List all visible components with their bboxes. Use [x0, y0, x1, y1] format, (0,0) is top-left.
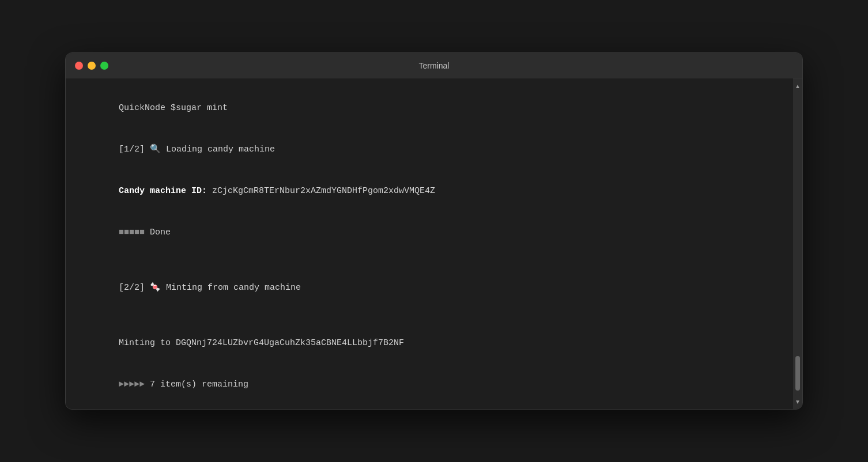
terminal-empty-1 — [77, 253, 782, 267]
scroll-down-icon[interactable]: ▼ — [794, 397, 802, 406]
terminal-line-5: [2/2] 🍬 Minting from candy machine — [77, 267, 782, 309]
traffic-lights — [75, 62, 108, 70]
terminal-line-2: [1/2] 🔍 Loading candy machine — [77, 129, 782, 171]
scrollbar-thumb[interactable] — [795, 356, 800, 391]
terminal-line-7: ►►►►► 7 item(s) remaining — [77, 364, 782, 406]
close-button[interactable] — [75, 62, 83, 70]
terminal-line-6: Minting to DGQNnj724LUZbvrG4UgaCuhZk35aC… — [77, 323, 782, 364]
window-title: Terminal — [419, 61, 450, 70]
title-bar: Terminal — [66, 53, 802, 78]
scrollbar-track[interactable] — [795, 91, 800, 396]
terminal-line-4: ■■■■■ Done — [77, 212, 782, 253]
scroll-up-icon[interactable]: ▲ — [794, 82, 802, 90]
terminal-content[interactable]: QuickNode $sugar mint [1/2] 🔍 Loading ca… — [66, 78, 793, 409]
terminal-line-1: QuickNode $sugar mint — [77, 88, 782, 129]
terminal-line-8: Mint: 5CKkokPaVany9fcvvNnx4KJqyATp39ELN5… — [77, 406, 782, 409]
terminal-window: Terminal QuickNode $sugar mint [1/2] 🔍 L… — [65, 52, 803, 410]
terminal-line-3: Candy machine ID: zCjcKgCmR8TErNbur2xAZm… — [77, 171, 782, 212]
terminal-body: QuickNode $sugar mint [1/2] 🔍 Loading ca… — [66, 78, 802, 409]
terminal-empty-2 — [77, 309, 782, 323]
minimize-button[interactable] — [88, 62, 96, 70]
scrollbar[interactable]: ▲ ▼ — [793, 78, 802, 409]
maximize-button[interactable] — [100, 62, 108, 70]
